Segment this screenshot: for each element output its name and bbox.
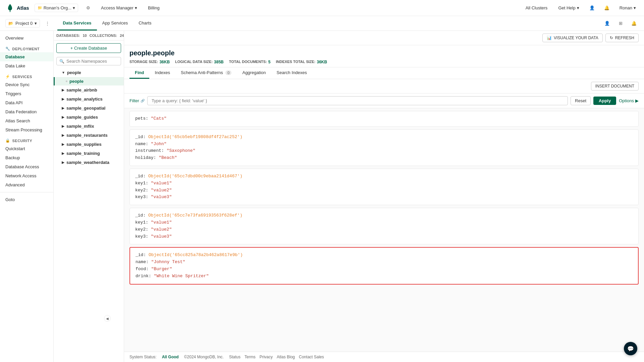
chevron-right-icon: ▶ bbox=[62, 88, 64, 92]
create-db-label: + Create Database bbox=[70, 46, 107, 51]
collection-people-people[interactable]: people bbox=[54, 77, 124, 85]
filter-label[interactable]: Filter 🔗 bbox=[129, 98, 145, 103]
sidebar-item-goto[interactable]: Goto bbox=[0, 195, 53, 204]
sidebar-item-advanced[interactable]: Advanced bbox=[0, 180, 53, 189]
project-menu-button[interactable]: ⋮ bbox=[43, 19, 52, 28]
footer-status-link[interactable]: Status bbox=[229, 355, 240, 359]
doc-field-line: key1: "value1" bbox=[135, 180, 633, 187]
status-label: System Status: bbox=[129, 355, 157, 359]
apps-button[interactable]: ⊞ bbox=[616, 19, 625, 28]
doc-instrument-value: "Saxophone" bbox=[167, 148, 196, 153]
sidebar-item-device-sync[interactable]: Device Sync bbox=[0, 80, 53, 89]
tab-aggregation[interactable]: Aggregation bbox=[237, 67, 271, 79]
query-input[interactable] bbox=[147, 96, 568, 105]
reset-button[interactable]: Reset bbox=[571, 96, 591, 105]
sidebar-item-network-access[interactable]: Network Access bbox=[0, 171, 53, 180]
sidebar-security-section: 🔒 SECURITY bbox=[0, 134, 53, 144]
notifications-button[interactable]: 🔔 bbox=[602, 3, 611, 13]
db-guides[interactable]: ▶ sample_guides bbox=[54, 113, 124, 122]
search-namespaces-input[interactable] bbox=[66, 59, 118, 64]
tab-indexes-label: Indexes bbox=[155, 70, 170, 75]
tab-find[interactable]: Find bbox=[129, 67, 149, 79]
apply-button[interactable]: Apply bbox=[593, 97, 616, 105]
visualize-data-button[interactable]: 📊 VISUALIZE YOUR DATA bbox=[542, 34, 603, 42]
tab-schema-anti-patterns[interactable]: Schema Anti-Patterns 0 bbox=[175, 67, 237, 79]
doc-field-line: key1: "value1" bbox=[135, 219, 633, 226]
stat-storage: STORAGE SIZE: 36KB bbox=[129, 60, 170, 64]
tab-charts[interactable]: Charts bbox=[133, 16, 157, 31]
tab-app-services-label: App Services bbox=[102, 20, 128, 25]
sidebar-item-quickstart[interactable]: Quickstart bbox=[0, 144, 53, 153]
sidebar-item-database[interactable]: Database bbox=[0, 52, 53, 61]
sidebar-item-data-api[interactable]: Data API bbox=[0, 98, 53, 107]
db-analytics-label: sample_analytics bbox=[66, 97, 103, 102]
footer-privacy-link[interactable]: Privacy bbox=[260, 355, 273, 359]
sidebar-item-backup[interactable]: Backup bbox=[0, 153, 53, 162]
project-dropdown-icon: ▾ bbox=[35, 21, 37, 26]
logo[interactable]: Atlas bbox=[5, 3, 29, 13]
project-name: Project 0 bbox=[15, 21, 33, 26]
db-people-label: people bbox=[67, 70, 81, 75]
sidebar-item-stream-processing[interactable]: Stream Processing bbox=[0, 125, 53, 134]
user-settings-button[interactable]: 👤 bbox=[602, 19, 612, 28]
sidebar: Overview 🔧 DEPLOYMENT Database Data Lake… bbox=[0, 31, 54, 362]
tab-search-indexes-label: Search Indexes bbox=[277, 70, 307, 75]
db-supplies[interactable]: ▶ sample_supplies bbox=[54, 140, 124, 149]
user-icon-button[interactable]: 👤 bbox=[587, 3, 597, 13]
sidebar-item-database-access[interactable]: Database Access bbox=[0, 162, 53, 171]
doc-field-line: key3: "value3" bbox=[135, 194, 633, 201]
doc-name-key: name: bbox=[136, 259, 151, 264]
db-analytics[interactable]: ▶ sample_analytics bbox=[54, 95, 124, 104]
tab-data-services[interactable]: Data Services bbox=[57, 16, 97, 31]
schema-badge: 0 bbox=[225, 70, 231, 75]
sidebar-item-triggers[interactable]: Triggers bbox=[0, 89, 53, 98]
db-training[interactable]: ▶ sample_training bbox=[54, 149, 124, 158]
db-people[interactable]: ▼ people bbox=[54, 68, 124, 77]
document-card-highlighted: _id: ObjectId('65cc825a78a2b462a8617e9b'… bbox=[129, 247, 639, 284]
index-label: INDEXES TOTAL SIZE: bbox=[276, 60, 316, 64]
db-geospatial[interactable]: ▶ sample_geospatial bbox=[54, 104, 124, 113]
create-database-button[interactable]: + Create Database bbox=[56, 43, 121, 53]
collapse-sidebar-button[interactable]: ◀ bbox=[104, 315, 111, 322]
user-menu[interactable]: Ronan ▾ bbox=[617, 4, 639, 12]
sidebar-item-atlas-search[interactable]: Atlas Search bbox=[0, 116, 53, 125]
sidebar-item-overview[interactable]: Overview bbox=[0, 34, 53, 43]
doc-key3-key: key3: bbox=[135, 234, 151, 239]
tab-indexes[interactable]: Indexes bbox=[149, 67, 175, 79]
db-weatherdata[interactable]: ▶ sample_weatherdata bbox=[54, 158, 124, 167]
chevron-right-icon-train: ▶ bbox=[62, 152, 64, 155]
refresh-button[interactable]: ↻ REFRESH bbox=[605, 34, 639, 42]
tab-search-indexes[interactable]: Search Indexes bbox=[271, 67, 312, 79]
db-weatherdata-label: sample_weatherdata bbox=[66, 160, 109, 165]
db-mflix[interactable]: ▶ sample_mflix bbox=[54, 122, 124, 131]
footer-terms-link[interactable]: Terms bbox=[245, 355, 256, 359]
sidebar-item-data-lake[interactable]: Data Lake bbox=[0, 61, 53, 70]
doc-drink-value: "White Wine Spritzer" bbox=[154, 274, 209, 279]
chat-bubble-button[interactable]: 💬 bbox=[624, 342, 637, 355]
get-help-link[interactable]: Get Help ▾ bbox=[555, 4, 582, 12]
index-value: 36KB bbox=[317, 60, 327, 64]
tab-app-services[interactable]: App Services bbox=[97, 16, 133, 31]
sidebar-item-data-federation[interactable]: Data Federation bbox=[0, 107, 53, 116]
org-selector[interactable]: 📁 Ronan's Org... ▾ bbox=[35, 4, 78, 12]
alert-button[interactable]: 🔔 bbox=[629, 19, 639, 28]
sidebar-atlas-search-label: Atlas Search bbox=[5, 118, 30, 123]
billing-link[interactable]: Billing bbox=[145, 4, 162, 12]
db-restaurants[interactable]: ▶ sample_restaurants bbox=[54, 131, 124, 140]
services-label: SERVICES bbox=[12, 75, 32, 79]
footer-contact-link[interactable]: Contact Sales bbox=[299, 355, 324, 359]
doc-id-value: ObjectId('65cc825a78a2b462a8617e9b') bbox=[149, 252, 243, 257]
db-airbnb[interactable]: ▶ sample_airbnb bbox=[54, 85, 124, 95]
all-clusters-link[interactable]: All Clusters bbox=[523, 4, 550, 12]
apply-label: Apply bbox=[599, 98, 611, 103]
chevron-right-icon-weather: ▶ bbox=[62, 161, 64, 164]
db-restaurants-label: sample_restaurants bbox=[66, 133, 108, 138]
doc-key3-key: key3: bbox=[135, 194, 151, 199]
options-button[interactable]: Options ▶ bbox=[619, 98, 639, 103]
project-selector[interactable]: 📂 Project 0 ▾ bbox=[5, 19, 40, 27]
footer-blog-link[interactable]: Atlas Blog bbox=[277, 355, 295, 359]
insert-document-button[interactable]: INSERT DOCUMENT bbox=[591, 82, 639, 90]
document-card: pets: "Cats" bbox=[129, 111, 639, 127]
gear-button[interactable]: ⚙ bbox=[84, 3, 93, 13]
access-manager-link[interactable]: Access Manager ▾ bbox=[98, 4, 140, 12]
